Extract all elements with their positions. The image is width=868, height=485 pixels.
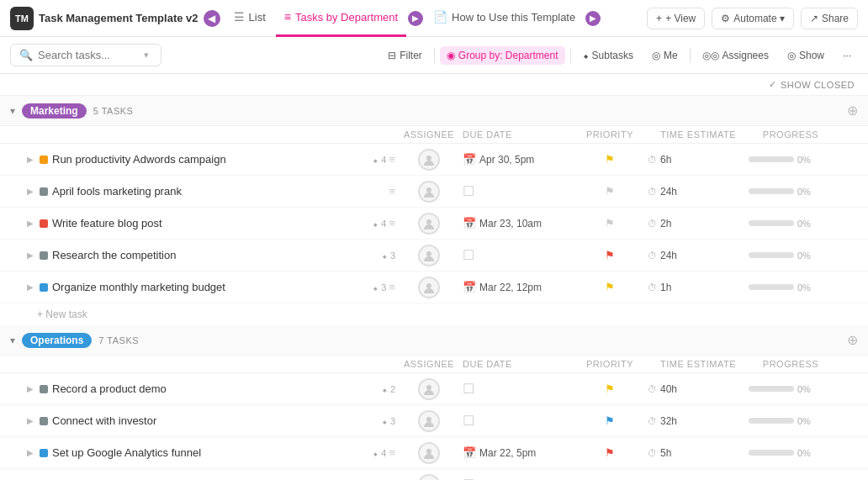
nav-tabs: ☰ List ≡ Tasks by Department ▶ 📄 How to … <box>225 0 643 37</box>
avatar <box>418 149 440 171</box>
task-name: Write feature blog post <box>52 217 368 229</box>
progress-bar <box>749 418 794 424</box>
progress-percent: 0% <box>797 282 811 293</box>
task-meta: ⬥3 <box>382 416 395 426</box>
task-cell: ▶ Implement artificial intelligence ≡ <box>27 478 395 480</box>
group-add-operations[interactable]: ⊕ <box>847 332 858 348</box>
table-row[interactable]: ▶ Research the competition ⬥3 ☐ ⚑ ⏱ 24h <box>0 240 868 271</box>
table-row[interactable]: ▶ Record a product demo ⬥2 ☐ ⚑ ⏱ 40h <box>0 373 868 405</box>
plus-icon: + <box>656 13 662 24</box>
table-row[interactable]: ▶ April fools marketing prank ≡ ☐ ⚑ ⏱ 24… <box>0 176 868 208</box>
time-estimate-cell: ⏱ 32h <box>648 415 749 427</box>
avatar <box>418 277 440 298</box>
svg-point-2 <box>426 219 431 224</box>
progress-cell: 0% <box>749 448 833 458</box>
col-time-estimate: TIME ESTIMATE <box>648 359 749 369</box>
svg-point-6 <box>426 417 431 422</box>
group-count-operations: 7 TASKS <box>98 335 139 345</box>
progress-bar <box>749 450 794 456</box>
col-assignee: ASSIGNEE <box>395 359 463 369</box>
col-progress: PROGRESS <box>749 129 833 140</box>
priority-cell: ⚑ <box>572 153 648 166</box>
share-button[interactable]: ↗ Share <box>801 8 858 29</box>
avatar <box>418 181 440 203</box>
task-name: April fools marketing prank <box>52 185 384 198</box>
col-priority: PRIORITY <box>572 359 648 369</box>
chevron-down-icon: ▾ <box>144 50 149 61</box>
due-date-cell: 📅Mar 22, 5pm <box>463 446 572 459</box>
progress-cell: 0% <box>749 384 833 394</box>
group-collapse-marketing[interactable]: ▾ <box>10 105 15 117</box>
group-add-marketing[interactable]: ⊕ <box>847 103 858 119</box>
priority-flag-icon: ⚑ <box>605 153 615 166</box>
table-row[interactable]: ▶ Run productivity Adwords campaign ⬥4≡ … <box>0 144 868 176</box>
search-input[interactable] <box>38 49 139 61</box>
progress-percent: 0% <box>797 219 811 229</box>
expand-icon[interactable]: ▶ <box>27 448 34 457</box>
task-cell: ▶ Set up Google Analytics funnel ⬥4≡ <box>27 446 395 459</box>
col-time-estimate: TIME ESTIMATE <box>648 129 749 140</box>
group-operations: ▾ Operations 7 TASKS ⊕ ASSIGNEE DUE DATE… <box>0 325 868 480</box>
task-meta: ≡ <box>389 478 395 480</box>
show-button[interactable]: ◎ Show <box>781 46 831 65</box>
automate-button[interactable]: ⚙ Automate ▾ <box>712 8 794 29</box>
expand-icon[interactable]: ▶ <box>27 219 34 228</box>
col-due-date: DUE DATE <box>463 129 572 140</box>
expand-icon[interactable]: ▶ <box>27 384 34 393</box>
avatar <box>418 474 440 481</box>
tab-tasks-by-department[interactable]: ≡ Tasks by Department <box>276 0 406 37</box>
hourglass-icon: ⏱ <box>648 155 657 165</box>
nav-arrow-left[interactable]: ◀ <box>204 10 220 27</box>
new-task-button[interactable]: + New task <box>0 303 868 325</box>
col-priority: PRIORITY <box>572 129 648 140</box>
calendar-empty-icon: ☐ <box>463 381 474 397</box>
group-collapse-operations[interactable]: ▾ <box>10 335 15 346</box>
share-icon: ↗ <box>810 13 818 24</box>
more-options-button[interactable]: ··· <box>836 46 858 65</box>
avatar <box>418 378 440 400</box>
progress-percent: 0% <box>797 250 811 261</box>
task-meta: ⬥3 <box>382 250 395 261</box>
priority-flag-icon: ⚑ <box>605 414 615 427</box>
tab-how-to[interactable]: 📄 How to Use this Template <box>425 0 584 37</box>
subtask-icon: ⬥ <box>373 155 378 165</box>
assignee-cell <box>395 442 463 464</box>
lines-icon: ≡ <box>389 153 395 166</box>
due-date-cell: ☐ <box>463 381 572 397</box>
table-row[interactable]: ▶ Implement artificial intelligence ≡ ☐ … <box>0 469 868 480</box>
table-row[interactable]: ▶ Write feature blog post ⬥4≡ 📅Mar 23, 1… <box>0 208 868 240</box>
show-closed-button[interactable]: ✓ SHOW CLOSED <box>769 79 855 90</box>
group-by-button[interactable]: ◉ Group by: Department <box>440 46 565 65</box>
calendar-icon: 📅 <box>463 217 476 229</box>
priority-cell: ⚑ <box>572 478 648 480</box>
view-button[interactable]: + + View <box>647 8 705 29</box>
calendar-empty-icon: ☐ <box>463 477 474 480</box>
assignees-button[interactable]: ◎◎ Assignees <box>696 46 775 65</box>
task-meta: ⬥2 <box>382 384 395 394</box>
filter-button[interactable]: ⊟ Filter <box>381 46 429 65</box>
calendar-empty-icon: ☐ <box>463 247 474 263</box>
table-row[interactable]: ▶ Organize monthly marketing budget ⬥3≡ … <box>0 271 868 303</box>
progress-bar <box>749 252 794 258</box>
time-estimate-cell: ⏱ 40h <box>648 383 749 395</box>
assignee-cell <box>395 213 463 235</box>
svg-point-3 <box>426 251 431 256</box>
toolbar: 🔍 ▾ ⊟ Filter ◉ Group by: Department ⬥ Su… <box>0 37 868 74</box>
expand-icon[interactable]: ▶ <box>27 250 34 260</box>
avatar <box>418 442 440 464</box>
table-row[interactable]: ▶ Connect with investor ⬥3 ☐ ⚑ ⏱ 32h <box>0 405 868 437</box>
expand-icon[interactable]: ▶ <box>27 155 34 164</box>
priority-cell: ⚑ <box>572 414 648 427</box>
priority-flag-icon: ⚑ <box>605 382 615 395</box>
expand-icon[interactable]: ▶ <box>27 416 34 425</box>
table-row[interactable]: ▶ Set up Google Analytics funnel ⬥4≡ 📅Ma… <box>0 437 868 469</box>
expand-icon[interactable]: ▶ <box>27 187 34 196</box>
search-box[interactable]: 🔍 ▾ <box>10 44 161 66</box>
tab-list[interactable]: ☰ List <box>225 0 274 37</box>
subtasks-button[interactable]: ⬥ Subtasks <box>576 46 640 65</box>
me-button[interactable]: ◎ Me <box>645 46 685 65</box>
task-meta: ⬥3≡ <box>373 281 395 293</box>
progress-percent: 0% <box>797 416 811 426</box>
expand-icon[interactable]: ▶ <box>27 282 34 292</box>
group-badge-marketing: Marketing <box>22 103 87 119</box>
